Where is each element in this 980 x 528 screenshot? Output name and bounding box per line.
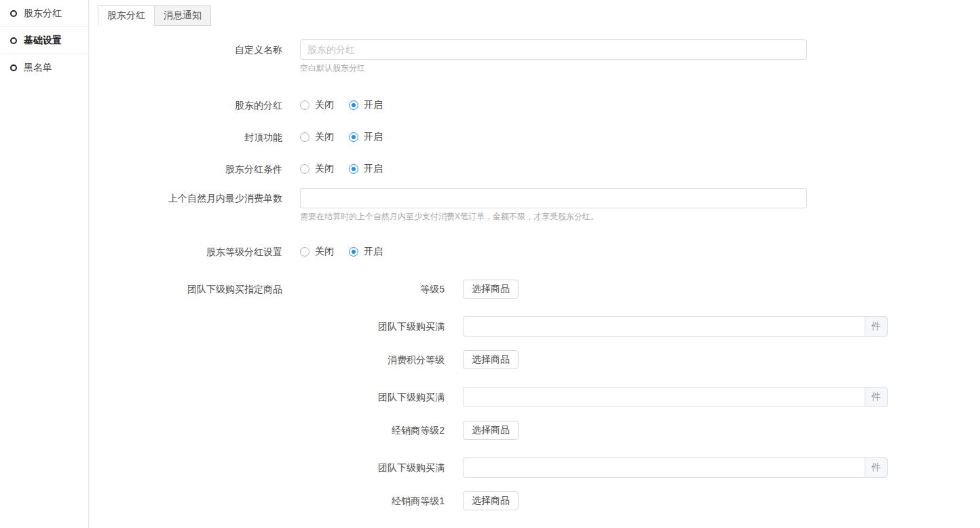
radio-circle-icon xyxy=(349,100,358,110)
radio-group: 关闭 开启 xyxy=(300,245,383,259)
radio-circle-icon xyxy=(300,164,309,174)
unit-addon: 件 xyxy=(865,316,888,337)
radio-circle-icon xyxy=(300,100,309,110)
radio-open-option[interactable]: 开启 xyxy=(349,163,383,175)
unit-addon: 件 xyxy=(865,387,888,407)
field-label: 团队下级购买满 xyxy=(89,457,445,478)
field-label: 团队下级购买指定商品 xyxy=(89,279,282,299)
min-orders-row: 上个自然月内最少消费单数 需要在结算时的上个自然月内至少支付消费X笔订单，金额不… xyxy=(89,188,980,221)
amount-input-group: 件 xyxy=(463,457,888,478)
field-label: 股东分红条件 xyxy=(89,159,282,179)
field-label: 经销商等级1 xyxy=(89,491,445,511)
radio-circle-icon xyxy=(300,132,309,142)
field-label: 经销商等级2 xyxy=(89,420,445,440)
choose-product-button[interactable]: 选择商品 xyxy=(463,280,519,299)
choose-product-button[interactable]: 选择商品 xyxy=(463,350,519,369)
tab-shareholder-dividend[interactable]: 股东分红 xyxy=(98,5,155,26)
dealer-level2-picker-row: 经销商等级2 选择商品 xyxy=(89,420,980,440)
dealer-level1-picker-row: 经销商等级1 选择商品 xyxy=(89,491,980,511)
tab-message-notify[interactable]: 消息通知 xyxy=(154,5,211,26)
radio-label: 开启 xyxy=(364,99,383,111)
level-dividend-toggle-row: 股东等级分红设置 关闭 开启 xyxy=(89,242,980,262)
radio-close-option[interactable]: 关闭 xyxy=(300,131,334,143)
help-text: 需要在结算时的上个自然月内至少支付消费X笔订单，金额不限，才享受股东分红。 xyxy=(300,212,807,221)
sidebar-item-shareholder-dividend[interactable]: 股东分红 xyxy=(0,0,88,27)
sidebar-item-label: 基础设置 xyxy=(24,35,62,47)
radio-close-option[interactable]: 关闭 xyxy=(300,163,334,175)
radio-circle-icon xyxy=(349,132,358,142)
radio-group: 关闭 开启 xyxy=(300,162,383,176)
radio-circle-icon xyxy=(349,247,358,257)
cap-toggle-row: 封顶功能 关闭 开启 xyxy=(89,127,980,147)
radio-close-option[interactable]: 关闭 xyxy=(300,246,334,258)
radio-label: 开启 xyxy=(364,246,383,258)
sidebar-item-label: 黑名单 xyxy=(24,62,52,74)
amount-input-group: 件 xyxy=(463,316,888,337)
dividend-toggle-row: 股东的分红 关闭 开启 xyxy=(89,95,980,115)
radio-group: 关闭 开启 xyxy=(300,130,383,144)
min-orders-field: 需要在结算时的上个自然月内至少支付消费X笔订单，金额不限，才享受股东分红。 xyxy=(300,188,807,221)
custom-name-row: 自定义名称 空白默认股东分红 xyxy=(89,39,980,73)
buy-amount-input[interactable] xyxy=(463,316,865,337)
radio-label: 关闭 xyxy=(315,131,334,143)
level-label: 等级5 xyxy=(282,279,445,299)
radio-label: 开启 xyxy=(364,131,383,143)
level5-picker-row: 团队下级购买指定商品 等级5 选择商品 xyxy=(89,279,980,299)
circle-icon xyxy=(10,10,17,17)
buy-amount-row: 团队下级购买满 件 xyxy=(89,457,980,478)
sidebar: 股东分红 基础设置 黑名单 xyxy=(0,0,89,528)
circle-icon xyxy=(10,64,17,71)
amount-input-group: 件 xyxy=(463,387,888,407)
field-label: 股东的分红 xyxy=(89,95,282,115)
radio-close-option[interactable]: 关闭 xyxy=(300,99,334,111)
choose-product-button[interactable]: 选择商品 xyxy=(463,421,519,440)
radio-label: 开启 xyxy=(364,163,383,175)
radio-label: 关闭 xyxy=(315,99,334,111)
radio-label: 关闭 xyxy=(315,246,334,258)
condition-toggle-row: 股东分红条件 关闭 开启 xyxy=(89,159,980,179)
main-content: 股东分红 消息通知 自定义名称 空白默认股东分红 股东的分红 关闭 xyxy=(89,0,980,528)
min-orders-input[interactable] xyxy=(300,188,807,208)
circle-icon xyxy=(10,37,17,44)
custom-name-field: 空白默认股东分红 xyxy=(300,39,807,73)
settings-form: 自定义名称 空白默认股东分红 股东的分红 关闭 开启 xyxy=(89,26,980,528)
buy-amount-input[interactable] xyxy=(463,387,865,407)
radio-label: 关闭 xyxy=(315,163,334,175)
field-label: 上个自然月内最少消费单数 xyxy=(89,188,282,208)
help-text: 空白默认股东分红 xyxy=(300,63,807,73)
field-label: 团队下级购买满 xyxy=(89,316,445,337)
tab-bar: 股东分红 消息通知 xyxy=(98,5,980,26)
field-label: 消费积分等级 xyxy=(89,350,445,370)
radio-circle-icon xyxy=(300,247,309,257)
points-level-picker-row: 消费积分等级 选择商品 xyxy=(89,350,980,370)
radio-open-option[interactable]: 开启 xyxy=(349,99,383,111)
sidebar-item-blacklist[interactable]: 黑名单 xyxy=(0,54,88,81)
field-label: 团队下级购买满 xyxy=(89,387,445,407)
radio-circle-icon xyxy=(349,164,358,174)
app-window: 股东分红 基础设置 黑名单 股东分红 消息通知 自定义名称 空白默认股东分红 xyxy=(0,0,980,528)
field-label: 自定义名称 xyxy=(89,39,282,60)
sidebar-item-basic-settings[interactable]: 基础设置 xyxy=(0,27,88,54)
radio-open-option[interactable]: 开启 xyxy=(349,246,383,258)
field-label: 股东等级分红设置 xyxy=(89,242,282,262)
buy-amount-row: 团队下级购买满 件 xyxy=(89,316,980,337)
buy-amount-input[interactable] xyxy=(463,457,865,478)
radio-open-option[interactable]: 开启 xyxy=(349,131,383,143)
unit-addon: 件 xyxy=(865,457,888,478)
field-label: 封顶功能 xyxy=(89,127,282,147)
radio-group: 关闭 开启 xyxy=(300,98,383,112)
sidebar-item-label: 股东分红 xyxy=(24,7,62,20)
buy-amount-row: 团队下级购买满 件 xyxy=(89,387,980,407)
choose-product-button[interactable]: 选择商品 xyxy=(463,491,519,510)
custom-name-input[interactable] xyxy=(300,39,807,60)
